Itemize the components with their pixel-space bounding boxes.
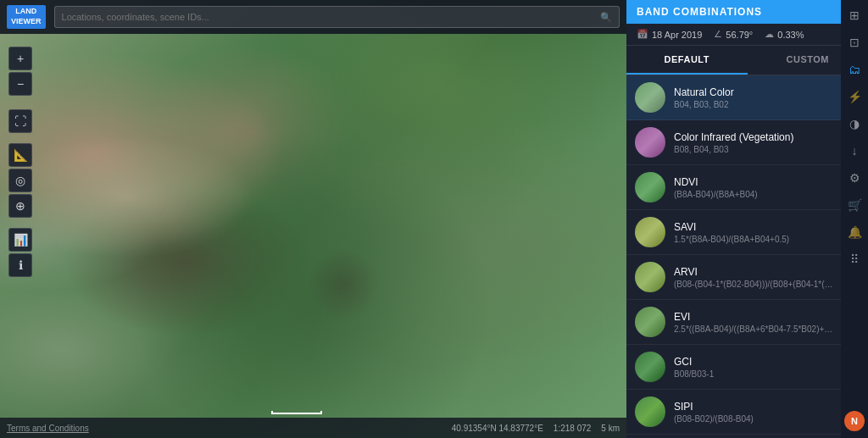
search-bar[interactable]: 🔍 [54,6,620,28]
band-name: ARVI [674,266,850,278]
fullscreen-icon: ⛶ [14,114,26,128]
band-info: SAVI1.5*(B8A-B04)/(B8A+B04+0.5) [674,221,850,244]
bottom-bar: Terms and Conditions 40.91354°N 14.83772… [0,418,626,438]
band-list[interactable]: Natural ColorB04, B03, B02ℹColor Infrare… [626,75,868,438]
band-name: EVI [674,311,850,323]
band-formula: B04, B03, B02 [674,100,850,109]
logo-line2: VIEWER [11,17,42,27]
band-thumbnail [635,262,665,292]
chart-button[interactable]: 📊 [8,228,32,252]
terms-link[interactable]: Terms and Conditions [7,424,89,433]
band-item[interactable]: NBR(B8A-B12)/(B8A+B12)ℹ [626,435,868,438]
band-name: Color Infrared (Vegetation) [674,131,850,143]
band-item[interactable]: SIPI(B08-B02)/(B08-B04)ℹ [626,390,868,435]
panel-title: BAND COMBINATIONS [637,6,762,18]
search-icon: 🔍 [600,12,612,23]
sidebar-cart-icon[interactable]: 🛒 [843,193,866,217]
sidebar-download-icon[interactable]: ↓ [843,139,866,163]
compass-button[interactable]: ◎ [8,169,32,192]
logo-box: LAND VIEWER [7,5,46,28]
band-item[interactable]: Color Infrared (Vegetation)B08, B04, B03… [626,120,868,165]
scale-line [271,411,322,414]
info-button[interactable]: ℹ [8,253,32,277]
fullscreen-button[interactable]: ⛶ [8,109,32,133]
cloud-icon: ☁ [765,29,774,40]
angle-value: 56.79° [726,30,753,40]
band-formula: (B08-(B04-1*(B02-B04)))/(B08+(B04-1*(… [674,280,850,289]
sidebar-grid-icon[interactable]: ⠿ [843,247,866,271]
band-item[interactable]: Natural ColorB04, B03, B02ℹ [626,75,868,120]
coordinates-display: 40.91354°N 14.83772°E [452,424,543,433]
zoom-out-icon: − [17,77,24,91]
zoom-in-icon: + [17,52,24,65]
band-info: ARVI(B08-(B04-1*(B02-B04)))/(B08+(B04-1*… [674,266,850,289]
calendar-icon: 📅 [637,29,648,40]
panel-header: BAND COMBINATIONS › [626,0,868,24]
band-item[interactable]: EVI2.5*((B8A-B04)/((B8A+6*B04-7.5*B02)+…… [626,300,868,345]
band-formula: B08/B03-1 [674,369,850,379]
right-panel: BAND COMBINATIONS › 📅 18 Apr 2019 ∠ 56.7… [626,0,868,438]
band-formula: 2.5*((B8A-B04)/((B8A+6*B04-7.5*B02)+… [674,324,850,334]
chart-icon: 📊 [14,233,28,247]
band-thumbnail [635,82,665,113]
location-icon: ⊕ [15,199,25,213]
zoom-out-button[interactable]: − [8,72,32,96]
band-thumbnail [635,172,665,202]
band-item[interactable]: GCIB08/B03-1ℹ [626,345,868,390]
band-info: EVI2.5*((B8A-B04)/((B8A+6*B04-7.5*B02)+… [674,311,850,334]
band-info: GCIB08/B03-1 [674,356,850,379]
band-thumbnail [635,396,665,427]
band-info: SIPI(B08-B02)/(B08-B04) [674,401,850,424]
date-value: 18 Apr 2019 [652,30,702,40]
angle-meta: ∠ 56.79° [714,29,753,40]
zoom-in-button[interactable]: + [8,47,32,70]
band-formula: (B08-B02)/(B08-B04) [674,414,850,424]
band-info: Color Infrared (Vegetation)B08, B04, B03 [674,131,850,154]
search-input[interactable] [62,12,597,22]
right-sidebar: ⊞ ⊡ 🗂 ⚡ ◑ ↓ ⚙ 🛒 🔔 ⠿ N [841,0,868,438]
band-thumbnail [635,127,665,158]
sidebar-layers-icon[interactable]: ⊞ [843,3,866,27]
band-name: Natural Color [674,86,850,98]
band-name: NDVI [674,176,850,188]
band-info: Natural ColorB04, B03, B02 [674,86,850,109]
map-container[interactable]: LAND VIEWER 🔍 + − ⛶ 📐 ◎ ⊕ [0,0,626,438]
location-button[interactable]: ⊕ [8,194,32,218]
band-name: GCI [674,356,850,368]
sidebar-crop-icon[interactable]: ⊡ [843,30,866,54]
sidebar-settings-icon[interactable]: ⚙ [843,166,866,190]
band-item[interactable]: SAVI1.5*(B8A-B04)/(B8A+B04+0.5)ℹ [626,210,868,255]
measure-icon: 📐 [14,148,28,162]
map-background [0,0,626,438]
band-formula: 1.5*(B8A-B04)/(B8A+B04+0.5) [674,235,850,244]
band-item[interactable]: NDVI(B8A-B04)/(B8A+B04)ℹ [626,165,868,210]
band-formula: (B8A-B04)/(B8A+B04) [674,190,850,199]
date-meta: 📅 18 Apr 2019 [637,29,702,40]
band-item[interactable]: ARVI(B08-(B04-1*(B02-B04)))/(B08+(B04-1*… [626,255,868,300]
band-thumbnail [635,307,665,337]
band-thumbnail [635,217,665,247]
cloud-meta: ☁ 0.33% [765,29,804,40]
measure-button[interactable]: 📐 [8,143,32,167]
logo[interactable]: LAND VIEWER [7,5,46,28]
user-avatar[interactable]: N [844,411,865,431]
scale-bar [271,411,322,414]
compass-icon: ◎ [15,174,25,187]
panel-tabs: DEFAULT CUSTOM [626,46,868,75]
cloud-value: 0.33% [777,30,804,40]
tab-default[interactable]: DEFAULT [626,46,748,75]
band-name: SAVI [674,221,850,233]
band-formula: B08, B04, B03 [674,145,850,154]
band-info: NDVI(B8A-B04)/(B8A+B04) [674,176,850,199]
scale-value: 1:218 072 [554,424,592,433]
map-controls: + − ⛶ 📐 ◎ ⊕ 📊 ℹ [8,47,32,277]
band-thumbnail [635,352,665,382]
band-name: SIPI [674,401,850,413]
info-icon: ℹ [19,258,23,272]
panel-meta: 📅 18 Apr 2019 ∠ 56.79° ☁ 0.33% [626,24,868,46]
sidebar-stack-icon[interactable]: ⚡ [843,85,866,108]
sidebar-contrast-icon[interactable]: ◑ [843,112,866,136]
sidebar-notification-icon[interactable]: 🔔 [843,220,866,244]
sidebar-image-icon[interactable]: 🗂 [843,58,866,81]
angle-icon: ∠ [714,29,722,40]
